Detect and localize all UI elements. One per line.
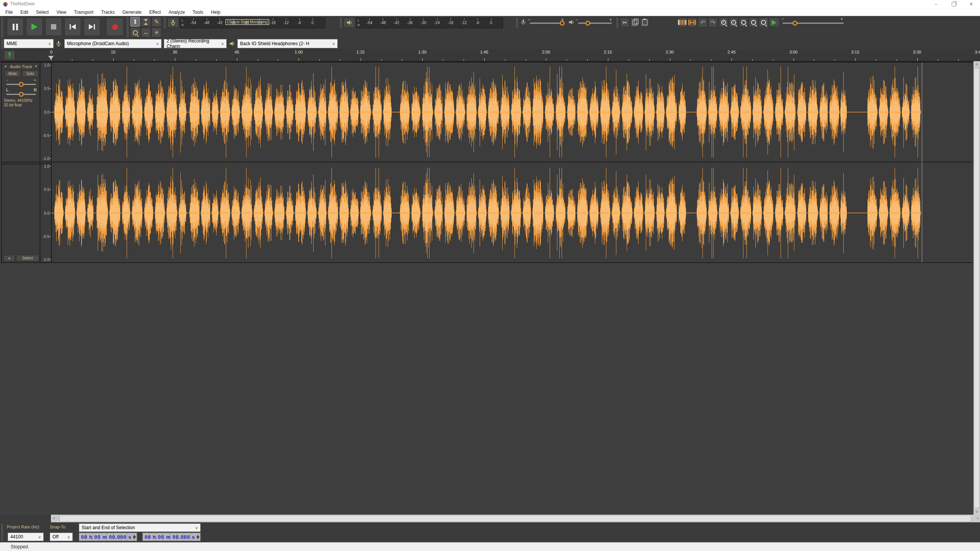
selection-end-field[interactable]: 00 h 00 m 00.000 s — [142, 533, 201, 541]
timeline-ruler[interactable]: 01530451:001:151:301:452:002:152:302:453… — [0, 49, 980, 62]
spinner-icon[interactable] — [195, 535, 199, 539]
vertical-scrollbar-thumb[interactable] — [974, 68, 980, 508]
copy-button[interactable] — [630, 18, 639, 27]
pause-button[interactable] — [7, 18, 24, 36]
play-speed-slider[interactable] — [782, 23, 844, 24]
menu-item-view[interactable]: View — [52, 8, 70, 16]
waveform-channel-1[interactable] — [52, 62, 973, 162]
playback-meter-speaker-button[interactable] — [343, 18, 355, 28]
record-volume-slider[interactable] — [530, 23, 564, 24]
tools-toolbar-grip[interactable] — [127, 17, 129, 37]
selection-start-field[interactable]: 00 h 00 m 00.000 s — [79, 533, 137, 541]
zoom-to-selection-button[interactable]: ↔ — [739, 18, 748, 27]
redo-button[interactable]: ↷ — [708, 18, 717, 27]
project-rate-select[interactable]: 44100 ∨ — [8, 533, 44, 541]
record-volume-thumb[interactable] — [560, 21, 565, 26]
selection-toolbar-grip[interactable] — [1, 524, 3, 541]
zoom-in-button[interactable]: + — [719, 18, 728, 27]
scroll-up-icon[interactable]: ˄ — [973, 62, 980, 67]
waveform-area-channel-2[interactable] — [52, 163, 973, 262]
track-select-button[interactable]: Select — [16, 255, 39, 261]
menu-item-help[interactable]: Help — [207, 8, 224, 16]
play-button[interactable] — [26, 18, 43, 36]
meter-tick — [299, 18, 300, 20]
recording-channels-select[interactable]: 2 (Stereo) Recording Chann ∨ — [164, 39, 227, 48]
stop-button[interactable] — [45, 18, 62, 36]
menu-item-tools[interactable]: Tools — [189, 8, 207, 16]
app-logo-icon — [3, 2, 8, 7]
play-at-speed-button[interactable] — [769, 18, 779, 27]
menu-item-tracks[interactable]: Tracks — [97, 8, 119, 16]
skip-to-end-button[interactable] — [83, 18, 100, 36]
record-button[interactable] — [106, 18, 124, 36]
spinner-icon[interactable] — [132, 535, 136, 539]
collapse-track-button[interactable]: ▲ — [3, 255, 15, 261]
scroll-down-icon[interactable]: ˅ — [973, 509, 980, 514]
menu-item-edit[interactable]: Edit — [16, 8, 32, 16]
mixer-toolbar-grip[interactable] — [516, 18, 518, 28]
solo-button[interactable]: Solo — [22, 70, 38, 77]
playback-device-select[interactable]: Back IO Shield Headphones (2- H ∨ — [237, 39, 338, 48]
zoom-tool-button[interactable] — [130, 28, 140, 37]
track-menu-arrow-icon[interactable]: ▼ — [34, 65, 38, 68]
menu-item-select[interactable]: Select — [32, 8, 52, 16]
gain-thumb[interactable] — [19, 82, 24, 87]
menu-item-generate[interactable]: Generate — [119, 8, 145, 16]
recording-device-select[interactable]: Microphone (DroidCam Audio) ∨ — [64, 39, 162, 48]
scale-tick — [50, 189, 51, 190]
menu-item-analyze[interactable]: Analyze — [165, 8, 189, 16]
recording-meter-grip[interactable] — [164, 18, 166, 28]
play-at-speed-grip[interactable] — [766, 18, 768, 28]
pan-thumb[interactable] — [19, 92, 24, 97]
horizontal-scrollbar[interactable]: ‹ › — [51, 515, 980, 522]
track-name[interactable]: Audio Track — [10, 64, 32, 69]
playback-meter-grip[interactable] — [340, 18, 342, 28]
minimize-button[interactable]: − — [927, 0, 945, 8]
ruler-tick — [443, 59, 443, 61]
transport-toolbar-grip[interactable] — [1, 17, 3, 37]
playback-meter[interactable]: L R -54-48-42-36-30-24-18-12-60 — [356, 18, 503, 28]
draw-tool-button[interactable]: ✎ — [152, 17, 162, 27]
zoom-out-button[interactable]: − — [729, 18, 738, 27]
timeline-options-button[interactable] — [4, 50, 15, 60]
pan-slider[interactable] — [6, 94, 36, 95]
cut-button[interactable]: ✂ — [620, 18, 629, 27]
playback-volume-thumb[interactable] — [585, 21, 590, 26]
snap-to-select[interactable]: Off ∨ — [50, 533, 73, 541]
waveform-area-channel-1[interactable] — [52, 62, 973, 162]
horizontal-scrollbar-thumb[interactable] — [59, 515, 971, 522]
restore-button[interactable] — [945, 0, 962, 8]
menu-item-effect[interactable]: Effect — [145, 8, 165, 16]
vertical-scrollbar[interactable]: ˄ ˅ — [973, 61, 980, 515]
play-speed-thumb[interactable] — [792, 21, 797, 26]
scroll-left-icon[interactable]: ‹ — [53, 515, 55, 521]
playhead-marker[interactable] — [48, 56, 54, 60]
edit-toolbar-grip[interactable] — [616, 18, 618, 28]
close-button[interactable]: × — [962, 0, 980, 8]
zoom-fit-project-button[interactable]: ↔ — [749, 18, 758, 27]
playback-volume-slider[interactable] — [578, 23, 612, 24]
mute-button[interactable]: Mute — [5, 70, 21, 77]
menu-item-file[interactable]: File — [2, 8, 16, 16]
silence-audio-button[interactable] — [688, 18, 697, 27]
paste-button[interactable] — [640, 18, 649, 27]
time-shift-tool-button[interactable]: ↔ — [141, 28, 151, 37]
vertical-scale-channel-2[interactable]: 1.00.50.0-0.5-1.0 — [40, 163, 52, 262]
device-toolbar-grip[interactable] — [1, 39, 3, 48]
envelope-tool-button[interactable] — [141, 17, 151, 27]
selection-tool-button[interactable]: I — [130, 17, 140, 27]
waveform-channel-2[interactable] — [52, 163, 973, 262]
multi-tool-button[interactable]: ✳ — [152, 28, 162, 37]
selection-mode-select[interactable]: Start and End of Selection ∨ — [79, 523, 201, 532]
gain-slider[interactable] — [6, 84, 36, 85]
skip-to-start-button[interactable] — [64, 18, 81, 36]
track-close-button[interactable]: × — [4, 64, 7, 69]
recording-meter-mic-button[interactable] — [167, 18, 179, 28]
recording-meter[interactable]: L R Click to Start Monitoring -54-48-42-… — [180, 18, 325, 28]
trim-audio-button[interactable] — [678, 18, 687, 27]
scroll-right-icon[interactable]: › — [977, 515, 978, 521]
undo-button[interactable]: ↶ — [698, 18, 707, 27]
menu-item-transport[interactable]: Transport — [70, 8, 97, 16]
vertical-scale-channel-1[interactable]: 1.00.50.0-0.5-1.0 — [40, 62, 52, 162]
audio-host-select[interactable]: MME ∨ — [4, 39, 54, 48]
